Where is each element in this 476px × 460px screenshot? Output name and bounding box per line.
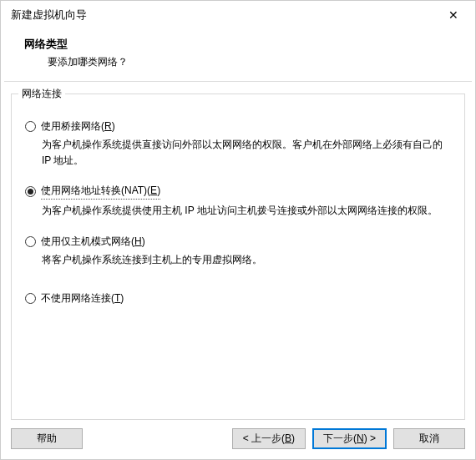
page-header: 网络类型 要添加哪类网络？ [1, 29, 475, 81]
page-subtitle: 要添加哪类网络？ [24, 52, 460, 69]
option-hostonly: 使用仅主机模式网络(H) 将客户机操作系统连接到主机上的专用虚拟网络。 [25, 235, 451, 268]
radio-hostonly-desc: 将客户机操作系统连接到主机上的专用虚拟网络。 [25, 249, 451, 268]
wizard-dialog: 新建虚拟机向导 ✕ 网络类型 要添加哪类网络？ 网络连接 使用桥接网络(R) 为… [0, 0, 476, 460]
radio-none-label: 不使用网络连接(T) [41, 291, 124, 306]
group-title: 网络连接 [18, 87, 65, 101]
radio-none[interactable]: 不使用网络连接(T) [25, 291, 451, 306]
close-button[interactable]: ✕ [437, 3, 470, 27]
cancel-button[interactable]: 取消 [393, 428, 465, 449]
radio-hostonly-label: 使用仅主机模式网络(H) [41, 235, 145, 249]
titlebar: 新建虚拟机向导 ✕ [1, 1, 475, 29]
next-button[interactable]: 下一步(N) > [312, 428, 387, 449]
help-button[interactable]: 帮助 [11, 428, 83, 449]
radio-icon [25, 293, 36, 304]
radio-bridged[interactable]: 使用桥接网络(R) [25, 119, 451, 134]
page-title: 网络类型 [24, 38, 460, 52]
radio-nat-desc: 为客户机操作系统提供使用主机 IP 地址访问主机拨号连接或外部以太网网络连接的权… [25, 200, 451, 219]
radio-hostonly[interactable]: 使用仅主机模式网络(H) [25, 235, 451, 249]
radio-icon [25, 236, 36, 247]
radio-icon [25, 186, 36, 197]
network-connection-group: 网络连接 使用桥接网络(R) 为客户机操作系统提供直接访问外部以太网网络的权限。… [11, 94, 465, 420]
option-none: 不使用网络连接(T) [25, 291, 451, 306]
radio-icon [25, 121, 36, 132]
back-button[interactable]: < 上一步(B) [232, 428, 306, 449]
option-bridged: 使用桥接网络(R) 为客户机操作系统提供直接访问外部以太网网络的权限。客户机在外… [25, 119, 451, 169]
radio-bridged-label: 使用桥接网络(R) [41, 119, 115, 134]
radio-nat[interactable]: 使用网络地址转换(NAT)(E) [25, 184, 451, 200]
option-nat: 使用网络地址转换(NAT)(E) 为客户机操作系统提供使用主机 IP 地址访问主… [25, 184, 451, 219]
window-title: 新建虚拟机向导 [11, 8, 437, 23]
radio-bridged-desc: 为客户机操作系统提供直接访问外部以太网网络的权限。客户机在外部网络上必须有自己的… [25, 134, 451, 169]
content-area: 网络连接 使用桥接网络(R) 为客户机操作系统提供直接访问外部以太网网络的权限。… [1, 82, 475, 420]
radio-nat-label: 使用网络地址转换(NAT)(E) [41, 184, 160, 200]
footer-buttons: 帮助 < 上一步(B) 下一步(N) > 取消 [1, 420, 475, 459]
close-icon: ✕ [448, 8, 458, 22]
